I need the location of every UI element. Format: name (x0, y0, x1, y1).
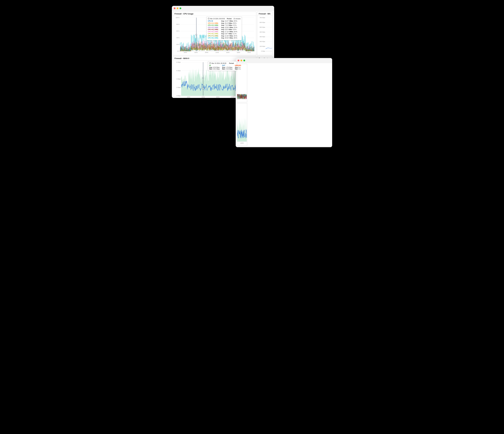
svg-text:80 %: 80 % (176, 24, 180, 25)
svg-text:2 Gbps: 2 Gbps (176, 87, 181, 88)
svg-text:19/03: 19/03 (201, 96, 205, 98)
tooltip-wan0: Mar 19 2024, 09:30:00 Period: IN Avg: 4.… (208, 61, 237, 71)
tooltip-time: Mar 19 2024, 09:30:00 (210, 18, 225, 19)
svg-point-56 (203, 77, 204, 79)
svg-text:100 %: 100 % (176, 17, 180, 18)
panel-title: Firewall - WAN 1 (237, 147, 331, 147)
panel-title: Firewall - CPU Usage (173, 12, 256, 16)
titlebar (236, 58, 332, 63)
minimize-icon[interactable] (241, 60, 242, 61)
svg-text:4 Gbps: 4 Gbps (176, 78, 181, 80)
minimize-icon[interactable] (177, 8, 178, 9)
titlebar (172, 6, 274, 11)
close-icon[interactable] (238, 60, 239, 61)
panel-side-wan: Firewall - WA 0 Kbps100 Kbps200 Kbps300 … (257, 12, 272, 55)
close-icon[interactable] (174, 8, 175, 9)
tooltip-cpu: Mar 19 2024, 09:30:00 Period: 15 minutes… (207, 17, 242, 40)
chart-side-wan[interactable]: 0 Kbps100 Kbps200 Kbps300 Kbps400 Kbps50… (258, 17, 272, 54)
svg-text:23/03: 23/03 (237, 52, 240, 53)
svg-text:100 Kbps: 100 Kbps (260, 46, 265, 47)
svg-text:21/03: 21/03 (231, 96, 234, 98)
panel-title: Firewall - WA (257, 12, 272, 16)
svg-text:18/03: 18/03 (184, 52, 187, 53)
panel-wan1: Firewall - WAN 1 0 Kbps100 Kbps200 Kbps3… (237, 147, 331, 147)
svg-text:18/03: 18/03 (187, 96, 190, 98)
svg-point-57 (203, 88, 204, 89)
svg-text:600 Kbps: 600 Kbps (260, 22, 265, 23)
svg-text:6 Gbps: 6 Gbps (176, 70, 181, 72)
svg-text:22/03: 22/03 (226, 52, 230, 53)
svg-text:40 %: 40 % (176, 37, 180, 38)
svg-text:300 Kbps: 300 Kbps (260, 36, 265, 37)
svg-text:400 Kbps: 400 Kbps (260, 31, 265, 33)
svg-text:0 Kbps: 0 Kbps (261, 50, 265, 52)
svg-text:24/03: 24/03 (240, 142, 244, 144)
tooltip-time: Mar 19 2024, 09:30:00 (212, 63, 226, 64)
svg-text:0 %: 0 % (177, 50, 180, 52)
panel-cpu-usage: Firewall - CPU Usage 0 %20 %40 %60 %80 %… (173, 12, 256, 55)
svg-point-21 (196, 34, 197, 35)
svg-text:700 Kbps: 700 Kbps (260, 17, 265, 18)
svg-text:60 %: 60 % (176, 30, 180, 32)
panel-sliver-bottom: 24/03 (237, 103, 247, 146)
clock-icon (208, 18, 210, 19)
svg-text:19/03: 19/03 (194, 52, 198, 53)
maximize-icon[interactable] (180, 8, 181, 9)
clock-icon (209, 62, 211, 64)
chart-sliver: 24/03 (237, 104, 247, 145)
svg-text:24/03: 24/03 (247, 52, 251, 53)
svg-text:0 Kbps: 0 Kbps (177, 95, 181, 97)
svg-text:20 %: 20 % (176, 44, 180, 45)
maximize-icon[interactable] (243, 60, 245, 61)
svg-text:21/03: 21/03 (216, 52, 219, 53)
svg-text:20/03: 20/03 (216, 96, 219, 98)
svg-text:8 Gbps: 8 Gbps (176, 62, 181, 63)
svg-text:200 Kbps: 200 Kbps (260, 41, 265, 42)
svg-text:20/03: 20/03 (205, 52, 208, 53)
window-front: 24/03 Firewall - WAN 1 0 Kbps100 Kbps200… (236, 58, 332, 147)
svg-text:500 Kbps: 500 Kbps (260, 27, 265, 28)
